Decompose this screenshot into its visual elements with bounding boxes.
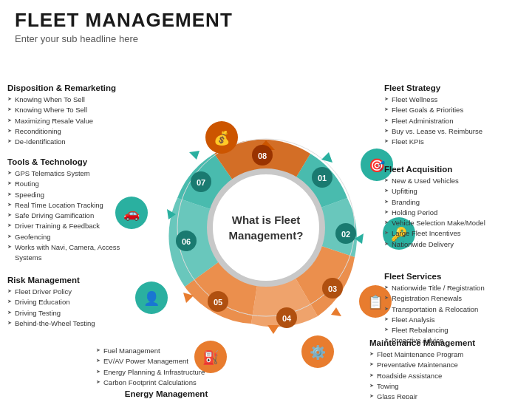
svg-text:07: 07 <box>197 178 205 187</box>
svg-text:⚙️: ⚙️ <box>310 344 327 361</box>
svg-text:02: 02 <box>341 230 350 239</box>
info-box-maintenance: Maintenance Management Fleet Maintenance… <box>369 338 525 399</box>
svg-text:🎯: 🎯 <box>369 157 386 174</box>
info-box-risk: Risk Management Fleet Driver Policy Driv… <box>7 276 133 329</box>
center-text: What is Fleet Management? <box>229 212 304 243</box>
svg-text:01: 01 <box>318 174 327 183</box>
info-box-tools: Tools & Technology GPS Telematics System… <box>7 157 140 263</box>
svg-text:05: 05 <box>214 298 222 307</box>
main-content: 01 02 03 04 05 06 07 08 🎯 🔑 📋 ⚙️ <box>0 50 532 399</box>
tools-list: GPS Telematics System Routing Speeding R… <box>7 168 140 263</box>
info-box-fleet-services: Fleet Services Nationwide Title / Regist… <box>384 272 525 347</box>
svg-marker-9 <box>189 151 200 160</box>
info-box-fleet-strategy: Fleet Strategy Fleet Wellness Fleet Goal… <box>384 83 525 147</box>
fleet-strategy-list: Fleet Wellness Fleet Goals & Priorities … <box>384 95 525 147</box>
disposition-list: Knowing When To Sell Knowing Where To Se… <box>7 95 137 147</box>
maintenance-list: Fleet Maintenance Program Preventative M… <box>369 349 525 399</box>
svg-marker-5 <box>331 307 341 316</box>
svg-marker-3 <box>321 152 332 163</box>
svg-text:👤: 👤 <box>143 290 160 307</box>
svg-text:📋: 📋 <box>367 294 384 310</box>
main-title: FLEET MANAGEMENT <box>15 9 517 32</box>
svg-marker-6 <box>267 325 279 334</box>
center-circle: What is Fleet Management? <box>207 168 325 287</box>
svg-text:03: 03 <box>328 284 337 293</box>
svg-text:08: 08 <box>258 151 267 160</box>
fleet-services-list: Nationwide Title / Registration Registra… <box>384 283 525 347</box>
svg-text:06: 06 <box>182 237 191 246</box>
header: FLEET MANAGEMENT Enter your sub headline… <box>0 0 532 47</box>
svg-text:04: 04 <box>282 314 292 323</box>
sub-headline: Enter your sub headline here <box>15 33 517 44</box>
fleet-acquisition-list: New & Used Vehicles Upfitting Branding H… <box>384 176 525 250</box>
svg-text:💰: 💰 <box>214 130 231 146</box>
info-box-fleet-acquisition: Fleet Acquisition New & Used Vehicles Up… <box>384 165 525 250</box>
info-box-disposition: Disposition & Remarketing Knowing When T… <box>7 83 137 147</box>
info-box-energy: Fuel Management EV/AV Power Management E… <box>96 346 236 399</box>
risk-list: Fleet Driver Policy Driving Education Dr… <box>7 287 133 329</box>
energy-list: Fuel Management EV/AV Power Management E… <box>96 346 236 388</box>
